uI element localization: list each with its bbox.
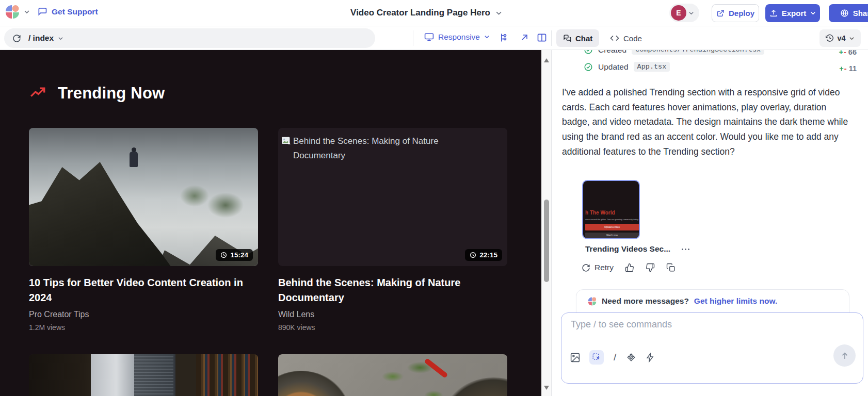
section-title: Trending Now	[58, 84, 165, 103]
share-label: Share	[853, 9, 868, 18]
divider	[413, 30, 413, 46]
file-action: Created	[598, 50, 626, 55]
deploy-label: Deploy	[729, 9, 754, 18]
app-logo-icon[interactable]	[5, 5, 20, 19]
preview-scrollbar[interactable]	[541, 50, 551, 396]
video-title[interactable]: Behind the Scenes: Making of Nature Docu…	[278, 275, 507, 305]
app-header: Get Support Video Creator Landing Page H…	[0, 0, 868, 26]
thumbs-up-icon[interactable]	[625, 263, 634, 272]
file-name-chip: components/TrendingSection.tsx	[632, 50, 764, 55]
banner-text: Need more messages?	[602, 296, 689, 306]
video-thumbnail[interactable]	[29, 354, 258, 396]
attach-image-icon[interactable]	[570, 352, 581, 363]
file-change-row[interactable]: Updated App.tsx	[584, 62, 670, 72]
file-action: Updated	[598, 62, 629, 72]
check-circle-icon	[584, 62, 593, 72]
monitor-icon	[424, 32, 434, 42]
food-photo-image	[278, 354, 507, 396]
path-chevron-down-icon	[58, 36, 63, 41]
avatar-chevron-down-icon	[688, 10, 694, 16]
account-menu[interactable]: E	[669, 4, 699, 22]
broken-image-icon	[281, 137, 291, 163]
video-channel: Pro Creator Tips	[29, 310, 258, 319]
chat-bubbles-icon	[563, 34, 572, 43]
tab-code-label: Code	[623, 34, 642, 43]
video-card[interactable]: 15:24 10 Tips for Better Video Content C…	[29, 128, 258, 332]
version-history-menu[interactable]: v4	[819, 29, 861, 47]
split-columns-icon[interactable]	[537, 32, 547, 43]
code-icon	[610, 34, 619, 43]
export-chevron-down-icon	[810, 10, 816, 16]
chat-bubble-icon	[37, 7, 47, 17]
video-channel: Wild Lens	[278, 310, 507, 319]
open-in-new-icon[interactable]	[519, 32, 529, 43]
image-alt-text: Behind the Scenes: Making of Nature Docu…	[293, 134, 456, 163]
avatar: E	[671, 5, 686, 21]
chat-panel: Created components/TrendingSection.tsx +…	[551, 50, 868, 396]
clock-icon	[220, 252, 227, 258]
component-icon[interactable]	[499, 32, 509, 43]
video-card[interactable]	[29, 354, 258, 396]
select-cursor-icon	[592, 353, 601, 362]
scroll-down-arrow[interactable]	[544, 386, 549, 390]
point-and-edit-tool[interactable]	[589, 350, 604, 365]
file-change-row[interactable]: Created components/TrendingSection.tsx	[584, 50, 764, 55]
clock-icon	[470, 252, 476, 258]
get-higher-limits-link[interactable]: Get higher limits now.	[694, 296, 777, 306]
divider	[551, 30, 552, 46]
deploy-button[interactable]: Deploy	[712, 4, 759, 22]
scrollbar-thumb[interactable]	[544, 200, 549, 282]
video-card[interactable]: Behind the Scenes: Making of Nature Docu…	[278, 128, 507, 332]
retry-button[interactable]: Retry	[582, 263, 614, 272]
lightning-icon[interactable]	[645, 353, 655, 362]
video-card[interactable]	[278, 354, 507, 396]
device-selector[interactable]: Responsive	[424, 32, 490, 42]
thumbs-down-icon[interactable]	[646, 263, 655, 272]
message-composer[interactable]: /	[561, 312, 863, 384]
send-button[interactable]	[833, 344, 856, 367]
tab-chat[interactable]: Chat	[556, 29, 599, 47]
route-path[interactable]: / index	[28, 34, 63, 43]
more-options-icon[interactable]	[680, 246, 692, 252]
video-thumbnail[interactable]	[278, 354, 507, 396]
version-chevron-down-icon	[849, 36, 855, 41]
copy-icon[interactable]	[666, 263, 676, 272]
tab-chat-label: Chat	[575, 34, 592, 43]
figma-diamonds-icon[interactable]	[626, 352, 636, 362]
file-name-chip: App.tsx	[634, 62, 670, 72]
url-bar[interactable]: / index	[4, 28, 375, 48]
room-photo-image	[29, 354, 258, 396]
video-views: 890K views	[278, 323, 507, 332]
external-link-icon	[716, 9, 725, 18]
refresh-icon[interactable]	[12, 34, 21, 43]
trending-up-icon	[29, 85, 46, 102]
document-title-menu[interactable]: Video Creator Landing Page Hero	[350, 8, 502, 18]
video-thumbnail[interactable]: 15:24	[29, 128, 258, 266]
video-thumbnail[interactable]: Behind the Scenes: Making of Nature Docu…	[278, 128, 507, 266]
duration-badge: 15:24	[216, 249, 253, 261]
scroll-up-arrow[interactable]	[544, 58, 549, 62]
site-preview-panel: Trending Now 15:24 10 Tips for Better Vi…	[0, 50, 541, 396]
slash-command-icon[interactable]: /	[613, 352, 617, 363]
video-title[interactable]: 10 Tips for Better Video Content Creatio…	[29, 275, 258, 305]
retry-icon	[582, 263, 590, 272]
check-circle-icon	[584, 50, 593, 55]
arrow-up-icon	[840, 351, 849, 360]
get-support-label: Get Support	[52, 7, 98, 16]
export-button[interactable]: Export	[765, 4, 820, 22]
thumbnail-preview: h The World ators around the globe. Join…	[583, 210, 639, 238]
app-logo-small-icon	[588, 297, 597, 306]
message-actions: Retry	[582, 263, 676, 272]
attachment-label: Trending Videos Sec...	[585, 244, 670, 254]
globe-icon	[840, 9, 849, 18]
tab-code[interactable]: Code	[610, 29, 642, 47]
history-icon	[826, 34, 834, 42]
logo-chevron-down-icon[interactable]	[24, 9, 30, 15]
share-button[interactable]: Share	[829, 4, 868, 22]
attachment-thumbnail[interactable]: h The World ators around the globe. Join…	[582, 180, 640, 239]
diff-stats: +-66	[839, 50, 857, 56]
get-support-link[interactable]: Get Support	[37, 7, 98, 17]
title-chevron-down-icon	[495, 10, 502, 16]
message-input[interactable]	[571, 319, 808, 340]
preview-toolbar: / index Responsive	[0, 26, 868, 50]
